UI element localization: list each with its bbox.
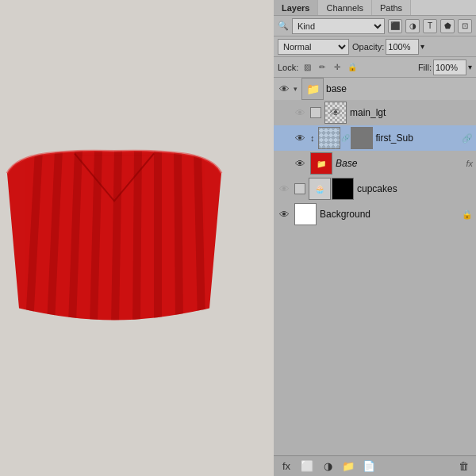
cupcake-illustration [0, 150, 229, 327]
thumb-pair-base: 📁 [310, 152, 332, 175]
layer-name-cupcakes: cupcakes [357, 183, 473, 194]
svg-line-5 [136, 150, 138, 324]
checkbox-cupcakes[interactable] [294, 183, 305, 194]
thumb-first-sub-main [318, 127, 340, 149]
opacity-input[interactable] [386, 39, 419, 55]
link-badge-first-sub: 🔗 [462, 133, 473, 144]
kind-toolbar-row: 🔍 Kind ⬛ ◑ T ⬟ ⊡ [274, 16, 476, 36]
opacity-label: Opacity: [352, 42, 384, 52]
new-group-btn[interactable]: 📁 [340, 459, 356, 474]
layer-name-background: Background [320, 209, 459, 220]
layer-row-first-sub[interactable]: 👁 ↕ 🔗 first_Sub 🔗 [274, 125, 476, 151]
lock-label: Lock: [278, 63, 298, 72]
add-style-btn[interactable]: fx [278, 459, 294, 474]
visibility-base[interactable]: 👁 [293, 156, 307, 171]
triangle-base-group[interactable]: ▾ [294, 85, 298, 93]
thumb-pair-main-lgt: 👁 [324, 102, 347, 124]
tab-channels[interactable]: Channels [318, 0, 371, 15]
thumb-pair-first-sub: 🔗 [318, 127, 373, 149]
lock-transparency-btn[interactable]: ▨ [301, 61, 313, 74]
fx-badge-base: fx [466, 159, 473, 168]
link-icon-first-sub: 🔗 [341, 134, 350, 142]
thumb-cupcakes-mask [332, 178, 354, 200]
fill-label: Fill: [418, 63, 432, 72]
svg-line-7 [178, 150, 179, 324]
shape-filter-btn[interactable]: ⬟ [440, 19, 455, 33]
tab-layers[interactable]: Layers [274, 0, 318, 15]
thumb-pair-background [294, 203, 317, 225]
canvas-area [0, 0, 274, 476]
link-arrow-first-sub: ↕ [310, 133, 315, 143]
opacity-group: Opacity: ▾ [352, 39, 424, 55]
lock-fill-row: Lock: ▨ ✏ ✛ 🔒 Fill: ▾ [274, 57, 476, 78]
svg-line-8 [198, 150, 202, 324]
thumb-cupcakes: 🧁 [309, 178, 331, 200]
layers-bottom-toolbar: fx ⬜ ◑ 📁 📄 🗑 [274, 455, 476, 476]
checkbox-main-lgt[interactable] [310, 107, 321, 118]
thumb-first-sub-mask [351, 127, 373, 149]
fill-arrow[interactable]: ▾ [468, 63, 472, 71]
thumb-main-lgt: 👁 [324, 102, 347, 124]
new-adjustment-btn[interactable]: ◑ [320, 459, 336, 474]
delete-layer-btn[interactable]: 🗑 [455, 459, 471, 474]
add-mask-btn[interactable]: ⬜ [299, 459, 315, 474]
blend-mode-select[interactable]: Normal Multiply Screen Overlay [278, 39, 349, 55]
svg-line-4 [115, 150, 118, 324]
visibility-main-lgt[interactable]: 👁 [293, 106, 307, 120]
tab-paths[interactable]: Paths [372, 0, 411, 15]
lock-paint-btn[interactable]: ✏ [316, 61, 328, 74]
blend-opacity-row: Normal Multiply Screen Overlay Opacity: … [274, 36, 476, 57]
layer-name-main-lgt: main_lgt [350, 107, 473, 118]
fill-group: Fill: ▾ [418, 60, 472, 75]
adjustment-filter-btn[interactable]: ◑ [405, 19, 420, 33]
layer-name-base-group: base [326, 83, 473, 94]
tab-bar: Layers Channels Paths [274, 0, 476, 16]
lock-all-btn[interactable]: 🔒 [346, 61, 359, 74]
thumb-pair-cupcakes: 🧁 [309, 178, 354, 200]
thumb-background [294, 203, 317, 225]
thumb-base: 📁 [310, 152, 332, 175]
lock-badge-background: 🔒 [462, 209, 473, 220]
fill-input[interactable] [433, 60, 466, 75]
layer-row-main-lgt[interactable]: 👁 👁 main_lgt [274, 100, 476, 125]
smart-filter-btn[interactable]: ⊡ [458, 19, 472, 33]
opacity-arrow[interactable]: ▾ [420, 42, 424, 51]
visibility-background[interactable]: 👁 [277, 207, 291, 221]
layers-list: 👁 ▾ 📁 base 👁 👁 main_lgt 👁 ↕ [274, 78, 476, 455]
pixel-filter-btn[interactable]: ⬛ [388, 19, 402, 33]
visibility-cupcakes[interactable]: 👁 [277, 182, 291, 196]
layer-name-first-sub: first_Sub [376, 132, 459, 144]
layer-row-cupcakes[interactable]: 👁 🧁 cupcakes [274, 176, 476, 202]
layer-row-background[interactable]: 👁 Background 🔒 [274, 202, 476, 227]
thumb-base-group: 📁 [301, 78, 324, 100]
layer-row-base-group[interactable]: 👁 ▾ 📁 base [274, 78, 476, 100]
visibility-first-sub[interactable]: 👁 [293, 131, 307, 145]
search-icon: 🔍 [278, 21, 289, 31]
panels-area: Layers Channels Paths 🔍 Kind ⬛ ◑ T ⬟ ⊡ N… [274, 0, 476, 476]
layer-row-base[interactable]: 👁 📁 Base fx [274, 151, 476, 176]
visibility-base-group[interactable]: 👁 [277, 82, 291, 96]
type-filter-btn[interactable]: T [423, 19, 437, 33]
lock-position-btn[interactable]: ✛ [331, 61, 344, 74]
kind-select[interactable]: Kind [292, 18, 385, 34]
new-layer-btn[interactable]: 📄 [361, 459, 377, 474]
layer-name-base: Base [336, 158, 463, 169]
svg-line-3 [94, 150, 98, 324]
